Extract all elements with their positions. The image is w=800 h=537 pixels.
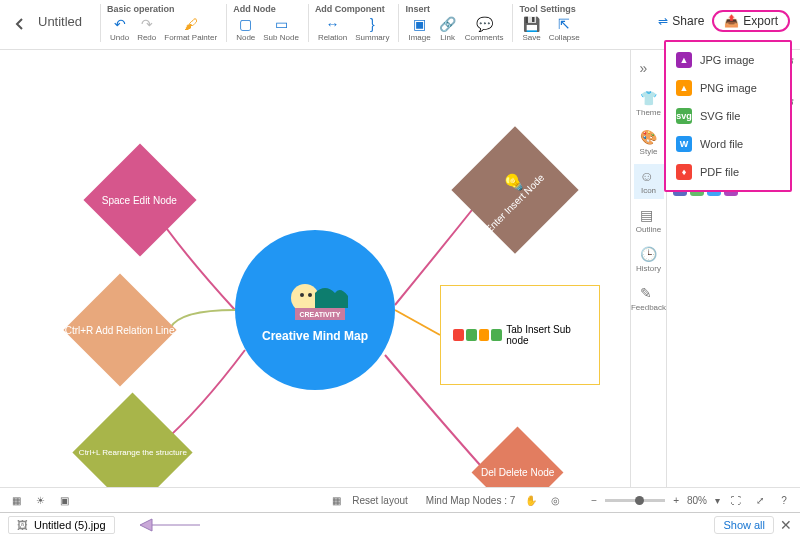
close-icon[interactable]: ✕: [780, 517, 792, 533]
summary-button[interactable]: }Summary: [352, 16, 392, 42]
relation-button[interactable]: ↔Relation: [315, 16, 350, 42]
back-button[interactable]: [10, 14, 30, 34]
node-space-edit[interactable]: Space Edit Node: [83, 143, 196, 256]
side-tab-label: History: [636, 264, 661, 273]
link-button[interactable]: 🔗Link: [436, 16, 460, 42]
export-jpg[interactable]: ▲JPG image: [666, 46, 790, 74]
svg-point-2: [308, 293, 312, 297]
sub-node-icon: ▭: [273, 16, 289, 32]
tab-icon[interactable]: ☺Icon: [634, 164, 664, 199]
toolbar-item-label: Save: [522, 33, 540, 42]
check-icon: [479, 329, 490, 341]
side-tab-label: Feedback: [631, 303, 666, 312]
reset-layout-button[interactable]: Reset layout: [352, 495, 408, 506]
export-item-label: PNG image: [700, 82, 757, 94]
zoom-in[interactable]: +: [673, 495, 679, 506]
image-button[interactable]: ▣Image: [405, 16, 433, 42]
grid-icon[interactable]: ▦: [328, 495, 344, 506]
collapse-button[interactable]: ⇱Collapse: [546, 16, 583, 42]
hand-icon[interactable]: ✋: [523, 495, 539, 506]
toolbar-item-label: Undo: [110, 33, 129, 42]
export-item-label: JPG image: [700, 54, 754, 66]
share-button[interactable]: ⇌Share: [650, 10, 712, 32]
export-pdf[interactable]: ♦PDF file: [666, 158, 790, 186]
undo-icon: ↶: [112, 16, 128, 32]
fit-icon[interactable]: ⛶: [728, 495, 744, 506]
center-node[interactable]: CREATIVITY Creative Mind Map: [235, 230, 395, 390]
comments-button[interactable]: 💬Comments: [462, 16, 507, 42]
zoom-out[interactable]: −: [591, 495, 597, 506]
toolbar-group-label: Basic operation: [107, 4, 220, 14]
summary-icon: }: [364, 16, 380, 32]
node-icon: ▢: [238, 16, 254, 32]
node-button[interactable]: ▢Node: [233, 16, 258, 42]
svg-text:CREATIVITY: CREATIVITY: [299, 311, 340, 318]
toolbar-item-label: Redo: [137, 33, 156, 42]
target-icon[interactable]: ◎: [547, 495, 563, 506]
export-svg[interactable]: svgSVG file: [666, 102, 790, 130]
help-icon[interactable]: ?: [776, 495, 792, 506]
nodes-label: Mind Map Nodes :: [426, 495, 507, 506]
show-all-button[interactable]: Show all: [714, 516, 774, 534]
toolbar-item-label: Collapse: [549, 33, 580, 42]
zoom-value: 80%: [687, 495, 707, 506]
flag-icon: [453, 329, 464, 341]
node-tab-insert[interactable]: Tab Insert Sub node: [440, 285, 600, 385]
side-tabs: »👕Theme🎨Style☺Icon▤Outline🕒History✎Feedb…: [631, 50, 667, 487]
tab-style[interactable]: 🎨Style: [634, 125, 664, 160]
feedback-icon: ✎: [640, 285, 658, 303]
export-item-label: Word file: [700, 138, 743, 150]
format-painter-button[interactable]: 🖌Format Painter: [161, 16, 220, 42]
view-icon[interactable]: ▣: [56, 495, 72, 506]
png-icon: ▲: [676, 80, 692, 96]
format-painter-icon: 🖌: [183, 16, 199, 32]
style-icon: 🎨: [640, 129, 658, 147]
undo-button[interactable]: ↶Undo: [107, 16, 132, 42]
layout-icon[interactable]: ▦: [8, 495, 24, 506]
node-relation-line[interactable]: Ctrl+R Add Relation Line: [63, 273, 176, 386]
toolbar-group-label: Add Node: [233, 4, 302, 14]
sub-node-button[interactable]: ▭Sub Node: [260, 16, 302, 42]
theme-icon: 👕: [640, 90, 658, 108]
tab-collapse[interactable]: »: [634, 56, 664, 82]
tab-feedback[interactable]: ✎Feedback: [634, 281, 664, 316]
downloaded-file[interactable]: 🖼 Untitled (5).jpg: [8, 516, 115, 534]
jpg-icon: ▲: [676, 52, 692, 68]
fullscreen-icon[interactable]: ⤢: [752, 495, 768, 506]
redo-icon: ↷: [139, 16, 155, 32]
node-enter-insert[interactable]: 💡Enter Insert Node: [451, 126, 578, 253]
tab-history[interactable]: 🕒History: [634, 242, 664, 277]
toolbar-item-label: Relation: [318, 33, 347, 42]
canvas[interactable]: Space Edit Node Ctrl+R Add Relation Line…: [0, 50, 630, 487]
side-tab-label: Theme: [636, 108, 661, 117]
toolbar-item-label: Sub Node: [263, 33, 299, 42]
save-button[interactable]: 💾Save: [519, 16, 543, 42]
toolbar-group-label: Add Component: [315, 4, 393, 14]
export-png[interactable]: ▲PNG image: [666, 74, 790, 102]
save-icon: 💾: [524, 16, 540, 32]
brightness-icon[interactable]: ☀: [32, 495, 48, 506]
export-word[interactable]: WWord file: [666, 130, 790, 158]
export-menu: ▲JPG image▲PNG imagesvgSVG fileWWord fil…: [664, 40, 792, 192]
toolbar-item-label: Summary: [355, 33, 389, 42]
export-item-label: SVG file: [700, 110, 740, 122]
status-bar: ▦ ☀ ▣ ▦ Reset layout Mind Map Nodes : 7 …: [0, 487, 800, 512]
word-icon: W: [676, 136, 692, 152]
annotation-arrow: [140, 516, 200, 534]
collapse-icon: ⇱: [556, 16, 572, 32]
file-icon: 🖼: [17, 519, 28, 531]
collapse-icon: »: [640, 60, 658, 78]
svg-point-1: [300, 293, 304, 297]
icon-icon: ☺: [640, 168, 658, 186]
image-icon: ▣: [412, 16, 428, 32]
tab-outline[interactable]: ▤Outline: [634, 203, 664, 238]
export-button[interactable]: 📤Export: [712, 10, 790, 32]
toolbar-item-label: Link: [440, 33, 455, 42]
doc-title[interactable]: Untitled: [38, 14, 88, 29]
tab-theme[interactable]: 👕Theme: [634, 86, 664, 121]
outline-icon: ▤: [640, 207, 658, 225]
close-icon: [466, 329, 477, 341]
redo-button[interactable]: ↷Redo: [134, 16, 159, 42]
creativity-art: CREATIVITY: [280, 278, 350, 323]
center-label: Creative Mind Map: [262, 329, 368, 343]
